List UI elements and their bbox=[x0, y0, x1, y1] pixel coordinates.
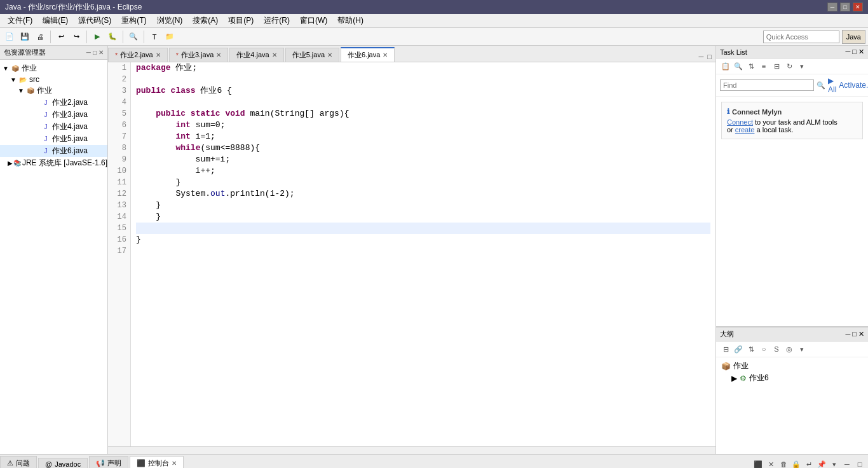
tab-zuoye6[interactable]: 作业6.java ✕ bbox=[341, 47, 395, 62]
quick-access-input[interactable] bbox=[763, 31, 839, 43]
console-pin-button[interactable]: 📌 bbox=[816, 458, 827, 468]
tl-new-button[interactable]: 📋 bbox=[720, 60, 731, 72]
tab-zuoye5[interactable]: 作业5.java ✕ bbox=[285, 48, 339, 62]
maximize-button[interactable]: □ bbox=[840, 3, 850, 11]
tl-toolbar: 📋 🔍 ⇅ ≡ ⊟ ↻ ▾ bbox=[716, 59, 868, 74]
menu-edit[interactable]: 编辑(E) bbox=[37, 14, 73, 27]
tab-label-2: 作业4.java bbox=[236, 50, 269, 60]
tree-jre[interactable]: ▶ 📚 JRE 系统库 [JavaSE-1.6] bbox=[0, 157, 107, 169]
tree-file-0[interactable]: J 作业2.java bbox=[0, 97, 107, 109]
tl-sort-button[interactable]: ⇅ bbox=[745, 60, 757, 72]
pe-minimize-button[interactable]: ─ bbox=[86, 49, 91, 56]
debug-button[interactable]: 🐛 bbox=[105, 30, 119, 44]
tl-collapse-button[interactable]: ⊟ bbox=[771, 60, 782, 72]
tl-group-button[interactable]: ≡ bbox=[758, 60, 770, 72]
menu-window[interactable]: 窗口(W) bbox=[295, 14, 332, 27]
tab-zuoye3[interactable]: * 作业3.java ✕ bbox=[169, 48, 229, 62]
tree-src[interactable]: ▼ 📂 src bbox=[0, 74, 107, 85]
ol-hide-fields[interactable]: ○ bbox=[758, 343, 770, 355]
menu-file[interactable]: 文件(F) bbox=[3, 14, 37, 27]
tab-javadoc[interactable]: @ Javadoc bbox=[38, 458, 88, 468]
console-close[interactable]: ✕ bbox=[172, 460, 177, 467]
new-button[interactable]: 📄 bbox=[3, 30, 17, 44]
undo-button[interactable]: ↩ bbox=[54, 30, 68, 44]
menu-run[interactable]: 运行(R) bbox=[259, 14, 295, 27]
tree-file-2[interactable]: J 作业4.java bbox=[0, 121, 107, 133]
print-button[interactable]: 🖨 bbox=[33, 30, 47, 44]
editor-tabs-controls: ─ □ bbox=[698, 52, 715, 62]
pe-close-button[interactable]: ✕ bbox=[98, 49, 104, 56]
ol-link-editor[interactable]: 🔗 bbox=[733, 343, 744, 355]
tab-label-3: 作业5.java bbox=[292, 50, 325, 60]
console-clear-button[interactable]: 🗑 bbox=[778, 458, 789, 468]
ol-item-class[interactable]: ▶ ⚙ 作业6 bbox=[721, 372, 863, 384]
bottom-maximize[interactable]: □ bbox=[854, 458, 865, 468]
tl-all-label[interactable]: ▶ All bbox=[828, 76, 836, 94]
console-settings[interactable]: ▾ bbox=[829, 458, 840, 468]
ol-close[interactable]: ✕ bbox=[858, 330, 864, 338]
menu-project[interactable]: 项目(P) bbox=[223, 14, 259, 27]
pe-maximize-button[interactable]: □ bbox=[93, 49, 97, 56]
open-resource-button[interactable]: 📁 bbox=[163, 30, 177, 44]
bottom-controls: ⬛ ✕ 🗑 🔒 ↵ 📌 ▾ ─ □ bbox=[752, 458, 868, 468]
code-editor[interactable]: 1 2 3 4 5 6 7 8 9 10 11 12 13 14 15 16 1… bbox=[108, 62, 715, 446]
tree-file-3[interactable]: J 作业5.java bbox=[0, 133, 107, 145]
tab-problems[interactable]: ⚠ 问题 bbox=[0, 456, 37, 468]
code-content[interactable]: package 作业; public class 作业6 { public st… bbox=[131, 62, 715, 446]
tab-close-4[interactable]: ✕ bbox=[383, 52, 388, 59]
tl-close[interactable]: ✕ bbox=[858, 48, 864, 56]
create-link[interactable]: create bbox=[735, 126, 755, 134]
tree-project[interactable]: ▼ 📦 作业 bbox=[0, 62, 107, 74]
tl-settings-button[interactable]: ▾ bbox=[796, 60, 808, 72]
menu-navigate[interactable]: 浏览(N) bbox=[152, 14, 188, 27]
tl-filter-button[interactable]: 🔍 bbox=[733, 60, 744, 72]
open-type-button[interactable]: T bbox=[147, 30, 161, 44]
tab-zuoye2[interactable]: * 作业2.java ✕ bbox=[108, 48, 168, 62]
minimize-button[interactable]: ─ bbox=[827, 3, 837, 11]
ol-minimize[interactable]: ─ bbox=[846, 330, 851, 338]
ol-sort[interactable]: ⇅ bbox=[745, 343, 757, 355]
tab-close-2[interactable]: ✕ bbox=[272, 52, 277, 59]
ol-settings[interactable]: ▾ bbox=[796, 343, 808, 355]
ol-hide-static[interactable]: S bbox=[771, 343, 782, 355]
tabs-bar: * 作业2.java ✕ * 作业3.java ✕ 作业4.java ✕ 作业5… bbox=[108, 46, 715, 62]
close-button[interactable]: ✕ bbox=[853, 3, 863, 11]
search-button[interactable]: 🔍 bbox=[126, 30, 140, 44]
run-button[interactable]: ▶ bbox=[90, 30, 104, 44]
menu-help[interactable]: 帮助(H) bbox=[332, 14, 369, 27]
tl-find-input[interactable] bbox=[720, 79, 814, 91]
ol-maximize[interactable]: □ bbox=[852, 330, 857, 338]
tab-close-3[interactable]: ✕ bbox=[327, 52, 332, 59]
ol-collapse-all[interactable]: ⊟ bbox=[720, 343, 731, 355]
tl-minimize[interactable]: ─ bbox=[846, 48, 851, 56]
tree-file-1[interactable]: J 作业3.java bbox=[0, 109, 107, 121]
tab-declaration[interactable]: 📢 声明 bbox=[89, 456, 128, 468]
tab-zuoye4[interactable]: 作业4.java ✕ bbox=[229, 48, 283, 62]
menu-refactor[interactable]: 重构(T) bbox=[116, 14, 151, 27]
ol-item-project[interactable]: 📦 作业 bbox=[721, 360, 863, 372]
ol-hide-nonpublic[interactable]: ◎ bbox=[783, 343, 795, 355]
menu-source[interactable]: 源代码(S) bbox=[73, 14, 116, 27]
declaration-icon: 📢 bbox=[96, 459, 105, 467]
console-close-button[interactable]: ✕ bbox=[765, 458, 776, 468]
console-scroll-lock[interactable]: 🔒 bbox=[790, 458, 802, 468]
console-word-wrap[interactable]: ↵ bbox=[803, 458, 815, 468]
tab-close-0[interactable]: ✕ bbox=[156, 52, 161, 59]
horizontal-scrollbar[interactable] bbox=[108, 446, 715, 454]
tab-close-1[interactable]: ✕ bbox=[216, 52, 221, 59]
tab-console[interactable]: ⬛ 控制台 ✕ bbox=[130, 456, 184, 468]
menu-search[interactable]: 搜索(A) bbox=[187, 14, 223, 27]
perspective-java-button[interactable]: Java bbox=[842, 30, 865, 44]
tl-maximize[interactable]: □ bbox=[852, 48, 857, 56]
save-button[interactable]: 💾 bbox=[18, 30, 32, 44]
tab-maximize-button[interactable]: □ bbox=[706, 52, 713, 62]
tree-file-4[interactable]: J 作业6.java bbox=[0, 145, 107, 157]
tab-minimize-button[interactable]: ─ bbox=[698, 52, 705, 62]
tl-refresh-button[interactable]: ↻ bbox=[783, 60, 795, 72]
connect-link[interactable]: Connect bbox=[727, 118, 753, 126]
redo-button[interactable]: ↪ bbox=[69, 30, 83, 44]
tree-package[interactable]: ▼ 📦 作业 bbox=[0, 85, 107, 97]
tl-activate-label[interactable]: Activate... bbox=[839, 81, 868, 90]
bottom-minimize[interactable]: ─ bbox=[841, 458, 853, 468]
console-stop-button[interactable]: ⬛ bbox=[752, 458, 764, 468]
